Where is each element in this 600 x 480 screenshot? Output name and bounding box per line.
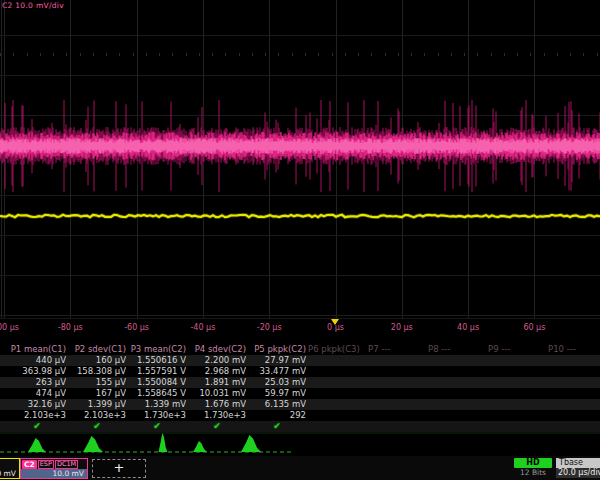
measure-value: 1.339 mV: [128, 399, 186, 410]
measure-value: [428, 355, 486, 366]
measure-value: [428, 410, 486, 421]
status-check-icon: ✔: [68, 421, 126, 432]
measure-value: [488, 366, 546, 377]
histogram-peak: [241, 435, 261, 452]
measure-value: 440 µV: [8, 355, 66, 366]
measure-header-9[interactable]: P9 ---: [488, 344, 546, 355]
timebase-descriptor[interactable]: Tbase 20.0 µs/div: [556, 458, 600, 478]
measure-header-7[interactable]: P7 ---: [368, 344, 426, 355]
measure-value: 6.135 mV: [248, 399, 306, 410]
histogram-peaks: [28, 433, 261, 452]
measure-value: 292: [248, 410, 306, 421]
status-check-icon: ✔: [248, 421, 306, 432]
measure-status-2: ✔: [68, 421, 126, 432]
measure-value: 2.103e+3: [68, 410, 126, 421]
c2-volts-per-div: 10.0 mV: [21, 469, 87, 478]
measure-value: [308, 377, 366, 388]
measure-status-10: [548, 421, 600, 432]
waveform-canvas: [0, 0, 600, 318]
axis-label: -60 µs: [113, 323, 161, 332]
bits-label: 12 Bits: [514, 468, 552, 477]
hd-badge: HD: [514, 458, 552, 468]
measure-value: [488, 388, 546, 399]
channel-c1-descriptor[interactable]: C1 DC1M 10.0 mV: [0, 458, 20, 479]
status-check-icon: ✔: [128, 421, 186, 432]
measure-value: [308, 366, 366, 377]
measure-value: [308, 410, 366, 421]
measure-value: 1.558645 V: [128, 388, 186, 399]
measure-header-10[interactable]: P10 ---: [548, 344, 600, 355]
measure-value: [548, 410, 600, 421]
measure-header-8[interactable]: P8 ---: [428, 344, 486, 355]
timebase-axis: -100 µs-80 µs-60 µs-40 µs-20 µs0 µs20 µs…: [0, 318, 600, 335]
c2-badge: C2: [22, 460, 37, 469]
measure-value: [488, 355, 546, 366]
measure-value: [368, 377, 426, 388]
measure-value: [368, 388, 426, 399]
measure-value: 1.557591 V: [128, 366, 186, 377]
measure-value: [308, 355, 366, 366]
measure-value: 2.968 mV: [188, 366, 246, 377]
measure-value: 1.550616 V: [128, 355, 186, 366]
measure-value: [428, 366, 486, 377]
c1-volts-per-div: 10.0 mV: [0, 469, 19, 478]
measure-value: [308, 388, 366, 399]
measure-value: [488, 399, 546, 410]
measure-value: [308, 399, 366, 410]
table-row: 440 µV160 µV1.550616 V2.200 mV27.97 mV: [0, 355, 600, 366]
table-row: 263 µV155 µV1.550084 V1.891 mV25.03 mV: [0, 377, 600, 388]
measure-header-3[interactable]: P3 mean(C2): [128, 344, 186, 355]
measure-value: 167 µV: [68, 388, 126, 399]
table-row: 32.16 µV1.399 µV1.339 mV1.676 mV6.135 mV: [0, 399, 600, 410]
measure-table: P1 mean(C1)P2 sdev(C1)P3 mean(C2)P4 sdev…: [0, 344, 600, 432]
measure-status-3: ✔: [128, 421, 186, 432]
table-status-row: ✔✔✔✔✔: [0, 421, 600, 432]
measure-value: [488, 377, 546, 388]
measure-value: 1.730e+3: [128, 410, 186, 421]
status-check-icon: ✔: [8, 421, 66, 432]
add-trace-button[interactable]: +: [92, 459, 146, 478]
measure-status-4: ✔: [188, 421, 246, 432]
table-row: 363.98 µV158.308 µV1.557591 V2.968 mV33.…: [0, 366, 600, 377]
measure-value: [368, 355, 426, 366]
measure-value: [428, 377, 486, 388]
measure-status-1: ✔: [8, 421, 66, 432]
measure-value: 25.03 mV: [248, 377, 306, 388]
measure-header-2[interactable]: P2 sdev(C1): [68, 344, 126, 355]
tbase-value: 20.0 µs/div: [556, 468, 600, 478]
measure-value: [548, 355, 600, 366]
status-check-icon: ✔: [188, 421, 246, 432]
measure-value: [548, 388, 600, 399]
measure-value: 59.97 mV: [248, 388, 306, 399]
oscilloscope-screen: C2 10.0 mV/div -100 µs-80 µs-60 µs-40 µs…: [0, 0, 600, 480]
waveform-grid: C2 10.0 mV/div: [0, 0, 600, 318]
measure-value: [368, 399, 426, 410]
measure-value: 1.676 mV: [188, 399, 246, 410]
measure-header-4[interactable]: P4 sdev(C2): [188, 344, 246, 355]
c2-coupling-badge: DC1M: [55, 460, 78, 469]
measure-value: 10.031 mV: [188, 388, 246, 399]
measure-header-6[interactable]: P6 pkpk(C3): [308, 344, 366, 355]
measurement-histogram: [0, 432, 600, 456]
axis-label: 60 µs: [510, 323, 558, 332]
measure-status-9: [488, 421, 546, 432]
measure-header-5[interactable]: P5 pkpk(C2): [248, 344, 306, 355]
trace-label: C2 10.0 mV/div: [2, 1, 64, 10]
measure-value: 1.730e+3: [188, 410, 246, 421]
measure-status-6: [308, 421, 366, 432]
measure-value: 263 µV: [8, 377, 66, 388]
measure-value: [548, 399, 600, 410]
measure-value: 363.98 µV: [8, 366, 66, 377]
channel-c2-descriptor[interactable]: C2 ESP DC1M 10.0 mV: [20, 458, 88, 479]
axis-label: 40 µs: [444, 323, 492, 332]
measure-status-8: [428, 421, 486, 432]
table-header-row: P1 mean(C1)P2 sdev(C1)P3 mean(C2)P4 sdev…: [0, 344, 600, 355]
measure-value: [368, 410, 426, 421]
table-row: 2.103e+32.103e+31.730e+31.730e+3292: [0, 410, 600, 421]
histogram-peak: [159, 433, 168, 452]
axis-label: 0 µs: [312, 323, 360, 332]
measure-value: [428, 388, 486, 399]
table-row: 474 µV167 µV1.558645 V10.031 mV59.97 mV: [0, 388, 600, 399]
hd-mode-indicator[interactable]: HD 12 Bits: [514, 458, 552, 477]
measure-header-1[interactable]: P1 mean(C1): [8, 344, 66, 355]
